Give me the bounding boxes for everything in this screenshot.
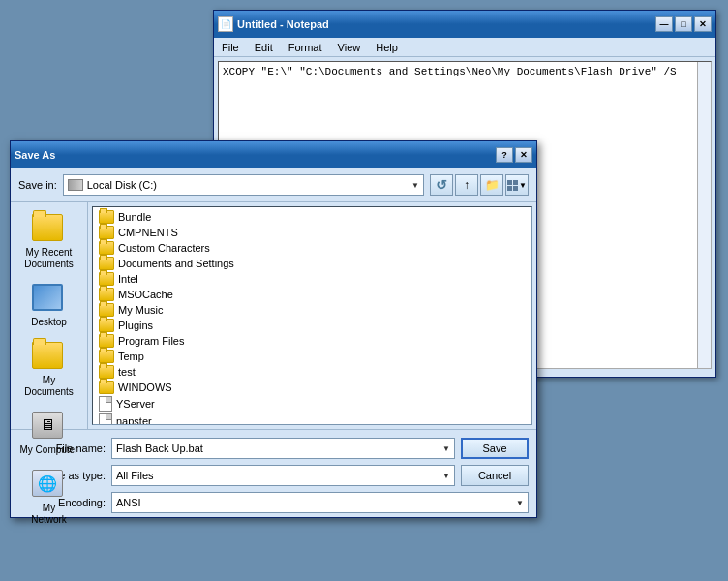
sidebar-label-recent: My RecentDocuments xyxy=(24,247,74,270)
folder-icon xyxy=(99,288,114,301)
encoding-row: Encoding: ANSI ▼ xyxy=(18,492,529,513)
menu-format[interactable]: Format xyxy=(285,42,326,53)
file-name: YServer xyxy=(116,398,155,410)
newfolder-icon: 📁 xyxy=(485,178,500,192)
back-button[interactable]: ↺ xyxy=(430,174,453,196)
file-name: Documents and Settings xyxy=(118,258,234,269)
saveas-filelist[interactable]: BundleCMPNENTSCustom CharactersDocuments… xyxy=(92,206,532,425)
cancel-button[interactable]: Cancel xyxy=(461,465,529,486)
folder-icon xyxy=(99,381,114,394)
file-icon xyxy=(99,413,112,425)
list-item[interactable]: My Music xyxy=(95,302,530,318)
list-item[interactable]: MSOCache xyxy=(95,287,530,302)
menu-edit[interactable]: Edit xyxy=(251,42,277,53)
savein-dropdown[interactable]: Local Disk (C:) ▼ xyxy=(63,174,424,196)
recent-icon xyxy=(32,214,67,245)
encoding-value: ANSI xyxy=(116,497,141,508)
file-name: Custom Characters xyxy=(118,242,210,254)
notepad-scrollbar[interactable] xyxy=(697,62,711,368)
list-item[interactable]: WINDOWS xyxy=(95,380,530,395)
file-name: Bundle xyxy=(118,211,151,223)
menu-file[interactable]: File xyxy=(218,42,243,53)
folder-icon xyxy=(99,365,114,379)
saveas-title: Save As xyxy=(15,149,55,161)
folder-icon xyxy=(99,257,114,270)
menu-view[interactable]: View xyxy=(334,42,365,53)
filetype-value: All Files xyxy=(116,470,154,481)
file-name: WINDOWS xyxy=(118,382,172,393)
file-name: CMPNENTS xyxy=(118,227,178,238)
newfolder-button[interactable]: 📁 xyxy=(480,174,503,196)
views-button[interactable]: ▼ xyxy=(505,174,529,196)
list-item[interactable]: CMPNENTS xyxy=(95,225,530,240)
file-name: Program Files xyxy=(118,335,184,347)
up-icon: ↑ xyxy=(464,178,470,192)
minimize-button[interactable]: — xyxy=(655,16,673,32)
list-item[interactable]: Plugins xyxy=(95,318,530,333)
list-item[interactable]: test xyxy=(95,364,530,380)
filetype-input[interactable]: All Files ▼ xyxy=(111,465,455,486)
titlebar-controls: — □ ✕ xyxy=(655,16,712,32)
list-item[interactable]: Program Files xyxy=(95,333,530,349)
list-item[interactable]: YServer xyxy=(95,395,530,413)
list-item[interactable]: Bundle xyxy=(95,209,530,225)
file-name: napster xyxy=(116,415,152,425)
filename-input[interactable]: Flash Back Up.bat ▼ xyxy=(111,438,455,459)
notepad-title: Untitled - Notepad xyxy=(237,18,329,30)
maximize-button[interactable]: □ xyxy=(675,16,692,32)
toolbar-buttons: ↺ ↑ 📁 ▼ xyxy=(430,174,529,196)
sidebar-item-mydocs[interactable]: MyDocuments xyxy=(15,338,83,402)
file-name: Temp xyxy=(118,351,144,362)
views-icon xyxy=(507,180,518,191)
notepad-titlebar: 📄 Untitled - Notepad — □ ✕ xyxy=(214,11,715,38)
filetype-row: Save as type: All Files ▼ Cancel xyxy=(18,465,529,486)
save-button[interactable]: Save xyxy=(461,438,529,459)
close-dialog-button[interactable]: ✕ xyxy=(515,147,532,163)
titlebar-left: 📄 Untitled - Notepad xyxy=(218,16,329,32)
folder-icon xyxy=(99,272,114,286)
saveas-toolbar: Save in: Local Disk (C:) ▼ ↺ ↑ 📁 xyxy=(11,168,536,202)
saveas-title-left: Save As xyxy=(15,149,55,161)
folder-icon xyxy=(99,303,114,317)
saveas-sidebar: My RecentDocuments Desktop MyDocuments 🖥… xyxy=(11,202,88,429)
savein-value: Local Disk (C:) xyxy=(87,179,157,191)
savein-dropdown-arrow: ▼ xyxy=(411,181,419,190)
folder-icon xyxy=(99,334,114,348)
file-name: MSOCache xyxy=(118,289,173,300)
list-item[interactable]: napster xyxy=(95,413,530,425)
file-name: Intel xyxy=(118,273,138,285)
disk-icon xyxy=(68,179,83,191)
file-name: Plugins xyxy=(118,320,153,331)
list-item[interactable]: Intel xyxy=(95,271,530,287)
saveas-body: My RecentDocuments Desktop MyDocuments 🖥… xyxy=(11,202,536,429)
file-icon xyxy=(99,396,112,412)
saveas-titlebar: Save As ? ✕ xyxy=(11,141,536,168)
notepad-text: XCOPY "E:\" "C:\Documents and Settings\N… xyxy=(223,66,677,77)
menu-help[interactable]: Help xyxy=(372,42,402,53)
desktop-icon xyxy=(32,284,67,315)
list-item[interactable]: Documents and Settings xyxy=(95,256,530,271)
mydocs-icon xyxy=(32,342,67,373)
sidebar-label-desktop: Desktop xyxy=(31,317,67,328)
sidebar-label-mydocs: MyDocuments xyxy=(24,375,74,398)
list-item[interactable]: Custom Characters xyxy=(95,240,530,256)
back-icon: ↺ xyxy=(436,177,447,193)
file-name: My Music xyxy=(118,304,163,316)
sidebar-item-recent[interactable]: My RecentDocuments xyxy=(15,210,83,274)
close-button[interactable]: ✕ xyxy=(694,16,712,32)
filetype-dropdown-arrow: ▼ xyxy=(442,472,450,480)
filename-row: File name: Flash Back Up.bat ▼ Save xyxy=(18,438,529,459)
filename-label: File name: xyxy=(18,443,106,454)
help-button[interactable]: ? xyxy=(496,147,513,163)
notepad-icon: 📄 xyxy=(218,16,233,32)
folder-icon xyxy=(99,226,114,239)
file-name: test xyxy=(118,366,136,378)
up-button[interactable]: ↑ xyxy=(455,174,478,196)
savein-label: Save in: xyxy=(18,179,57,191)
list-item[interactable]: Temp xyxy=(95,349,530,364)
encoding-input[interactable]: ANSI ▼ xyxy=(111,492,529,513)
encoding-dropdown-arrow: ▼ xyxy=(516,499,524,507)
saveas-bottom: File name: Flash Back Up.bat ▼ Save Save… xyxy=(11,429,536,516)
sidebar-item-desktop[interactable]: Desktop xyxy=(15,280,83,332)
filename-dropdown-arrow: ▼ xyxy=(442,444,450,453)
